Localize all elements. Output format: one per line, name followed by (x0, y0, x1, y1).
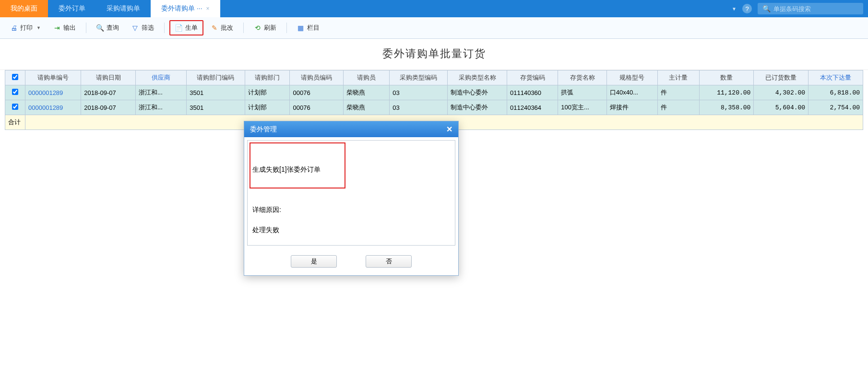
query-label: 查询 (107, 24, 119, 32)
cell-inv-code: 011240364 (507, 100, 558, 115)
message-dialog: 委外管理 ✕ 生成失败[1]张委外订单 详细原因: 处理失败 是 否 (244, 121, 459, 130)
header-row: 请购单编号 请购日期 供应商 请购部门编码 请购部门 请购员编码 请购员 采购类… (5, 71, 863, 85)
tab-outsource-order[interactable]: 委外订单 (48, 0, 96, 17)
toolbar-separator (164, 23, 165, 33)
cell-dept-code: 3501 (187, 100, 245, 115)
print-label: 打印 (20, 24, 33, 32)
row-checkbox[interactable] (12, 104, 18, 110)
cell-spec: 焊接件 (606, 100, 657, 115)
cell-req-date: 2018-09-07 (81, 100, 136, 115)
printer-icon: 🖨 (10, 24, 18, 32)
cell-buyer-code: 00076 (290, 100, 343, 115)
tab-purchase-requisition[interactable]: 采购请购单 (96, 0, 151, 17)
col-buyer[interactable]: 请购员 (343, 71, 389, 85)
cell-req-no: 0000001289 (25, 100, 81, 115)
col-this-qty[interactable]: 本次下达量 (809, 71, 863, 85)
dialog-title-text: 委外管理 (250, 125, 277, 130)
col-inv-name[interactable]: 存货名称 (558, 71, 606, 85)
table-row[interactable]: 0000001289 2018-09-07 浙江和... 3501 计划部 00… (5, 100, 863, 115)
cell-qty: 11,120.00 (699, 85, 754, 100)
cell-req-date: 2018-09-07 (81, 85, 136, 100)
cell-buyer: 柴晓燕 (343, 85, 389, 100)
batch-label: 批改 (221, 24, 233, 32)
top-bar: 我的桌面 委外订单 采购请购单 委外请购单 ··· × ▼ ? 🔍 (0, 0, 868, 17)
col-supplier[interactable]: 供应商 (136, 71, 187, 85)
print-button[interactable]: 🖨 打印 ▼ (5, 21, 46, 35)
col-inv-code[interactable]: 存货编码 (507, 71, 558, 85)
dialog-titlebar[interactable]: 委外管理 ✕ (244, 121, 458, 130)
cell-ptype-code: 03 (390, 100, 448, 115)
tab-close-icon[interactable]: × (206, 5, 210, 12)
cell-inv-code: 011140360 (507, 85, 558, 100)
column-button[interactable]: ▦ 栏目 (292, 21, 325, 35)
filter-button[interactable]: ▽ 筛选 (126, 21, 159, 35)
col-req-no[interactable]: 请购单编号 (25, 71, 81, 85)
query-button[interactable]: 🔍 查询 (91, 21, 124, 35)
cell-ptype-name: 制造中心委外 (448, 100, 507, 115)
cell-req-no: 0000001289 (25, 85, 81, 100)
cell-dept: 计划部 (245, 100, 290, 115)
document-new-icon: 📄 (175, 24, 183, 32)
cell-qty: 8,358.00 (699, 100, 754, 115)
col-dept-code[interactable]: 请购部门编码 (187, 71, 245, 85)
toolbar-separator (86, 23, 86, 33)
refresh-button[interactable]: ⟲ 刷新 (249, 21, 282, 35)
barcode-search-input[interactable] (773, 5, 858, 12)
cell-uom: 件 (658, 85, 700, 100)
col-uom[interactable]: 主计量 (658, 71, 700, 85)
cell-supplier: 浙江和... (136, 100, 187, 115)
generate-label: 生单 (185, 24, 198, 32)
col-buyer-code[interactable]: 请购员编码 (290, 71, 343, 85)
tab-strip: 我的桌面 委外订单 采购请购单 委外请购单 ··· × (0, 0, 732, 17)
cell-dept-code: 3501 (187, 85, 245, 100)
col-req-date[interactable]: 请购日期 (81, 71, 136, 85)
query-icon: 🔍 (96, 24, 104, 32)
col-spec[interactable]: 规格型号 (606, 71, 657, 85)
cell-this: 2,754.00 (809, 100, 863, 115)
cell-inv-name: 100宽主... (558, 100, 606, 115)
cell-buyer: 柴晓燕 (343, 100, 389, 115)
barcode-search[interactable]: 🔍 (758, 3, 863, 14)
page-title: 委外请购单批量订货 (0, 39, 868, 70)
funnel-icon: ▽ (131, 24, 139, 32)
tab-label: 委外请购单 ··· (161, 4, 202, 13)
generate-button[interactable]: 📄 生单 (169, 20, 203, 35)
search-icon: 🔍 (762, 5, 771, 12)
col-ordered-qty[interactable]: 已订货数量 (754, 71, 809, 85)
export-label: 输出 (63, 24, 76, 32)
toolbar-separator (243, 23, 244, 33)
col-ptype-name[interactable]: 采购类型名称 (448, 71, 507, 85)
cell-supplier: 浙江和... (136, 85, 187, 100)
cell-spec: 口40x40... (606, 85, 657, 100)
col-ptype-code[interactable]: 采购类型编码 (390, 71, 448, 85)
columns-icon: ▦ (297, 24, 305, 32)
caret-down-icon: ▼ (36, 25, 41, 30)
tab-desktop[interactable]: 我的桌面 (0, 0, 48, 17)
help-icon[interactable]: ? (742, 4, 752, 13)
select-all-checkbox[interactable] (12, 74, 18, 80)
toolbar: 🖨 打印 ▼ ⇥ 输出 🔍 查询 ▽ 筛选 📄 生单 ✎ 批改 ⟲ 刷新 ▦ 栏… (0, 17, 868, 39)
batch-modify-button[interactable]: ✎ 批改 (205, 21, 238, 35)
row-checkbox[interactable] (12, 89, 18, 95)
dialog-close-icon[interactable]: ✕ (446, 125, 452, 130)
sum-label: 合计 (5, 115, 25, 130)
column-label: 栏目 (307, 24, 320, 32)
cell-this: 6,818.00 (809, 85, 863, 100)
cell-uom: 件 (658, 100, 700, 115)
col-qty[interactable]: 数量 (699, 71, 754, 85)
export-button[interactable]: ⇥ 输出 (48, 21, 81, 35)
filter-label: 筛选 (142, 24, 154, 32)
cell-dept: 计划部 (245, 85, 290, 100)
export-icon: ⇥ (53, 24, 61, 32)
topbar-right: ▼ ? 🔍 (732, 3, 868, 14)
dropdown-caret-icon[interactable]: ▼ (732, 6, 737, 12)
cell-ordered: 4,302.00 (754, 85, 809, 100)
col-dept[interactable]: 请购部门 (245, 71, 290, 85)
tab-outsource-requisition[interactable]: 委外请购单 ··· × (151, 0, 220, 17)
cell-buyer-code: 00076 (290, 85, 343, 100)
refresh-label: 刷新 (264, 24, 276, 32)
col-checkbox[interactable] (5, 71, 25, 85)
table-row[interactable]: 0000001289 2018-09-07 浙江和... 3501 计划部 00… (5, 85, 863, 100)
cell-ptype-name: 制造中心委外 (448, 85, 507, 100)
cell-ordered: 5,604.00 (754, 100, 809, 115)
